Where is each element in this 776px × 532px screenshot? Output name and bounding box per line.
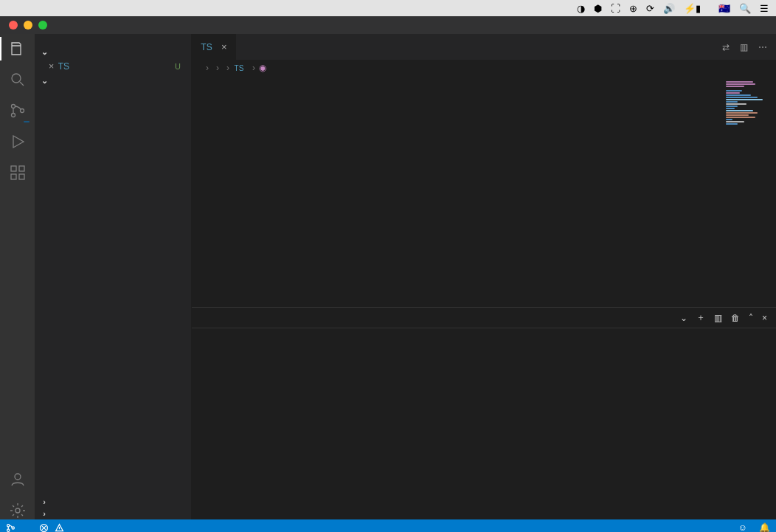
- feedback-icon[interactable]: ☺: [738, 522, 747, 532]
- scm-badge: [24, 121, 30, 122]
- panel: ⌄ ＋ ▥ 🗑 ˄ ×: [192, 307, 776, 519]
- tab-bar: TS × ⇄ ▥ ⋯: [192, 34, 776, 60]
- maximize-button[interactable]: [38, 21, 47, 30]
- svg-rect-4: [11, 166, 16, 171]
- chevron-down-icon: ⌄: [40, 76, 49, 86]
- split-terminal-icon[interactable]: ▥: [714, 313, 722, 323]
- project-header[interactable]: ⌄: [35, 75, 191, 87]
- trash-icon[interactable]: 🗑: [731, 313, 740, 323]
- bell-icon[interactable]: 🔔: [759, 522, 770, 532]
- svg-point-10: [7, 524, 10, 526]
- status-volume-icon[interactable]: 🔊: [663, 3, 675, 14]
- status-sync-icon[interactable]: ⟳: [646, 3, 654, 14]
- compare-icon[interactable]: ⇄: [722, 42, 730, 52]
- minimize-button[interactable]: [24, 21, 32, 30]
- accounts-icon[interactable]: [9, 471, 27, 488]
- search-icon[interactable]: [9, 71, 27, 89]
- svg-point-0: [12, 74, 21, 83]
- svg-point-3: [20, 109, 24, 113]
- svg-rect-6: [11, 174, 16, 179]
- chevron-right-icon: ›: [40, 497, 49, 506]
- svg-point-9: [15, 508, 20, 513]
- open-editor-item[interactable]: × TS U: [35, 58, 191, 75]
- svg-rect-5: [19, 166, 24, 171]
- status-app-icon[interactable]: ⬢: [594, 3, 602, 14]
- close-icon[interactable]: ×: [49, 61, 54, 72]
- run-debug-icon[interactable]: [9, 133, 27, 151]
- status-bar: ☺ 🔔: [0, 519, 776, 532]
- close-panel-icon[interactable]: ×: [762, 313, 767, 323]
- status-globe-icon[interactable]: ⊕: [629, 3, 637, 14]
- sidebar: ⌄ × TS U ⌄ › ›: [35, 34, 192, 519]
- more-icon[interactable]: ⋯: [758, 42, 767, 52]
- breadcrumbs[interactable]: › › › TS › ◉: [192, 60, 776, 76]
- svg-rect-7: [19, 174, 24, 179]
- svg-point-2: [11, 114, 15, 117]
- new-terminal-icon[interactable]: ＋: [696, 311, 705, 324]
- settings-gear-icon[interactable]: [9, 502, 27, 519]
- maximize-panel-icon[interactable]: ˄: [749, 313, 753, 323]
- chevron-right-icon: ›: [40, 509, 49, 518]
- ts-icon: TS: [201, 42, 212, 52]
- symbol-icon: ◉: [259, 63, 266, 73]
- status-spotlight-icon[interactable]: 🔍: [739, 3, 751, 14]
- chevron-down-icon[interactable]: ⌄: [680, 313, 687, 323]
- status-control-icon[interactable]: ☰: [760, 3, 769, 14]
- svg-point-8: [15, 474, 21, 480]
- svg-point-11: [7, 529, 10, 531]
- activity-bar: [0, 34, 35, 519]
- chevron-down-icon: ⌄: [40, 47, 49, 57]
- sidebar-title: [35, 34, 191, 46]
- editor-group: TS × ⇄ ▥ ⋯ › › › TS › ◉: [192, 34, 776, 519]
- outline-header[interactable]: ›: [35, 496, 191, 508]
- close-button[interactable]: [9, 21, 18, 30]
- macos-menubar: ◑ ⬢ ⛶ ⊕ ⟳ 🔊 ⚡▮ 🇦🇺 🔍 ☰: [0, 0, 776, 16]
- status-flag-icon[interactable]: 🇦🇺: [718, 3, 730, 14]
- tab-app-tsx[interactable]: TS ×: [192, 34, 237, 60]
- ts-icon: TS: [58, 61, 69, 72]
- minimap[interactable]: [711, 76, 776, 307]
- explorer-icon[interactable]: [9, 40, 27, 58]
- svg-point-1: [11, 105, 15, 108]
- gutter: [192, 76, 230, 307]
- problems-indicator[interactable]: [39, 523, 67, 533]
- close-icon[interactable]: ×: [221, 41, 227, 52]
- titlebar: [0, 16, 776, 34]
- timeline-header[interactable]: ›: [35, 508, 191, 519]
- terminal-body[interactable]: [192, 328, 776, 519]
- code-content[interactable]: [230, 76, 776, 307]
- split-icon[interactable]: ▥: [740, 42, 748, 52]
- status-screen-icon[interactable]: ⛶: [611, 3, 620, 14]
- branch-indicator[interactable]: [6, 523, 18, 533]
- extensions-icon[interactable]: [9, 164, 27, 182]
- source-control-icon[interactable]: [9, 102, 27, 120]
- status-docker-icon[interactable]: ◑: [577, 3, 585, 14]
- ts-icon: TS: [233, 64, 245, 72]
- open-editors-header[interactable]: ⌄: [35, 46, 191, 58]
- status-battery[interactable]: ⚡▮: [684, 3, 701, 14]
